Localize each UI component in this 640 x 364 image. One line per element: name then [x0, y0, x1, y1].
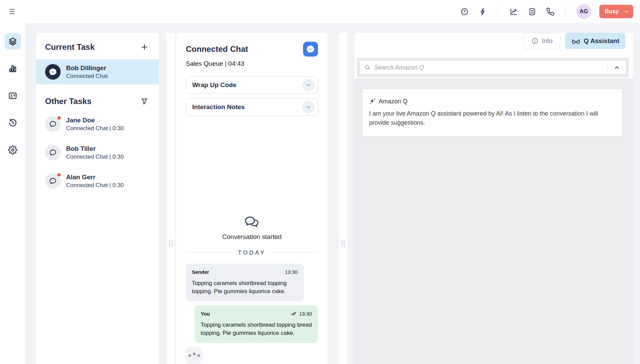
- message-text: Topping caramels shortbread topping topp…: [192, 279, 298, 296]
- directory-icon[interactable]: [525, 5, 539, 18]
- double-check-icon: [291, 311, 297, 316]
- collapse-search-button[interactable]: [607, 61, 626, 74]
- typing-indicator: [186, 347, 203, 364]
- task-name: Bob Tiller: [66, 145, 124, 153]
- interaction-notes-accordion[interactable]: Interaction Notes: [186, 98, 318, 116]
- topbar-divider: [498, 5, 498, 18]
- filter-icon: [140, 97, 148, 105]
- panel-resize-handle[interactable]: [167, 33, 175, 364]
- rail-item-directory[interactable]: [5, 87, 21, 104]
- chat-title: Connected Chat: [186, 42, 248, 54]
- message-list: Sender 13:30 Topping caramels shortbread…: [186, 264, 318, 364]
- filter-tasks-button[interactable]: [139, 96, 150, 107]
- add-task-button[interactable]: [139, 42, 150, 53]
- sparkle-icon: [369, 98, 376, 105]
- chat-bubbles-icon: [244, 216, 260, 230]
- messenger-icon: [45, 64, 61, 80]
- metrics-icon[interactable]: [507, 5, 520, 18]
- chat-panel: Connected Chat Sales Queue | 04:43 Wrap …: [176, 33, 327, 364]
- unread-badge: [57, 173, 61, 177]
- wrap-up-code-accordion[interactable]: Wrap Up Code: [186, 76, 318, 94]
- chevron-down-icon: [624, 9, 629, 14]
- panel-resize-handle[interactable]: [339, 33, 347, 364]
- message-time: 13:30: [285, 268, 298, 276]
- settings-gear-icon: [8, 145, 17, 155]
- q-search-widget: [357, 58, 628, 77]
- q-card-title: Amazon Q: [379, 98, 407, 105]
- message-time: 13:30: [299, 310, 312, 318]
- amazon-q-card: Amazon Q I am your live Amazon Q assista…: [362, 89, 623, 137]
- task-channel-duration: Connected Chat | 0:30: [66, 182, 124, 189]
- history-clock-icon: [8, 118, 17, 127]
- conversation-started-status: Conversation started: [186, 216, 318, 241]
- task-channel-duration: Connected Chat | 0:30: [66, 154, 124, 160]
- message-outgoing: You 13:30 Topping caramels shortbread to…: [195, 305, 318, 343]
- tasks-layers-icon: [8, 37, 17, 46]
- messenger-icon: [303, 42, 318, 57]
- message-text: Topping caramels shortbread topping brea…: [201, 321, 312, 338]
- avatar[interactable]: AG: [576, 4, 591, 19]
- task-channel-duration: Connected Chat | 0:30: [66, 125, 124, 132]
- message-incoming: Sender 13:30 Topping caramels shortbread…: [186, 264, 304, 301]
- task-channel: Connected Chat: [66, 73, 108, 80]
- quick-connects-icon[interactable]: [476, 5, 489, 18]
- day-divider: TODAY: [186, 249, 318, 256]
- help-icon[interactable]: ?: [458, 5, 471, 18]
- chat-bubble-icon: [45, 145, 61, 160]
- task-row[interactable]: Alan Gerr Connected Chat | 0:30: [36, 170, 159, 192]
- svg-text:?: ?: [463, 9, 465, 14]
- task-name: Jane Doe: [66, 116, 124, 124]
- rail-item-tasks[interactable]: [5, 33, 21, 49]
- rail-item-metrics[interactable]: [5, 60, 21, 77]
- status-label: Busy: [605, 8, 619, 15]
- search-icon: [364, 64, 371, 71]
- task-row[interactable]: Bob Tiller Connected Chat | 0:30: [36, 141, 159, 164]
- task-list-panel: Current Task Bob Dillinger Connected Cha…: [36, 33, 159, 364]
- info-icon: [531, 37, 539, 45]
- tab-q-assistant[interactable]: Q Assistant: [565, 33, 625, 49]
- q-card-body: I am your live Amazon Q assistant powere…: [369, 109, 615, 127]
- directory-card-icon: [8, 91, 17, 100]
- chevron-up-icon: [614, 64, 620, 71]
- task-row[interactable]: Jane Doe Connected Chat | 0:30: [36, 113, 159, 135]
- plus-icon: [140, 43, 148, 51]
- metrics-bars-icon: [8, 64, 17, 73]
- topbar-divider: [565, 5, 565, 18]
- rail-item-history[interactable]: [5, 115, 21, 131]
- rail-item-settings[interactable]: [5, 142, 21, 158]
- task-name: Bob Dillinger: [66, 64, 108, 72]
- phone-icon[interactable]: [543, 5, 557, 18]
- message-author: You: [201, 310, 210, 318]
- status-dropdown[interactable]: Busy: [599, 5, 633, 18]
- current-task-title: Current Task: [45, 42, 95, 52]
- chevron-down-icon: [302, 79, 315, 91]
- q-search-input[interactable]: [374, 64, 607, 71]
- message-author: Sender: [192, 268, 209, 276]
- tab-info[interactable]: Info: [523, 33, 560, 49]
- other-tasks-title: Other Tasks: [45, 97, 92, 106]
- topbar: ? AG Busy: [0, 0, 640, 23]
- unread-badge: [57, 116, 61, 120]
- menu-icon[interactable]: [6, 5, 20, 18]
- task-name: Alan Gerr: [66, 173, 124, 181]
- q-assistant-panel: Info Q Assistant: [355, 33, 633, 364]
- q-content-area: Amazon Q I am your live Amazon Q assista…: [355, 78, 633, 364]
- task-row-current[interactable]: Bob Dillinger Connected Chat: [36, 59, 159, 84]
- right-panel-tabs: Info Q Assistant: [355, 33, 633, 49]
- queue-timer: Sales Queue | 04:43: [186, 60, 318, 67]
- left-rail: [0, 23, 25, 364]
- chevron-down-icon: [302, 101, 315, 113]
- glasses-icon: [571, 37, 581, 45]
